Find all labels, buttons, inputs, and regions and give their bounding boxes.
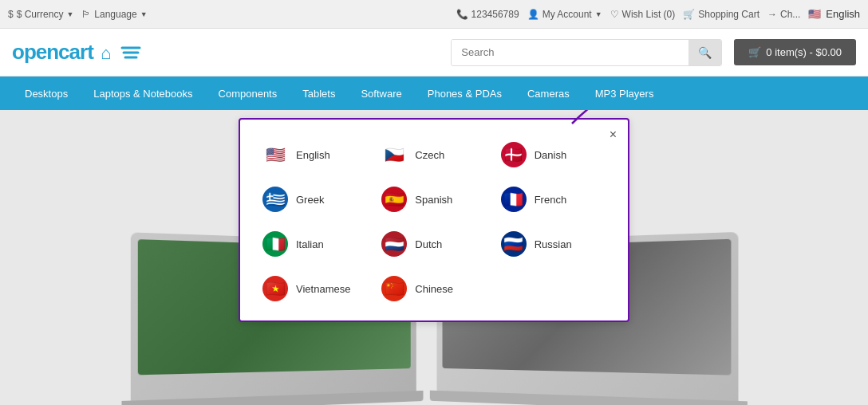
flag-icon: 🏳 — [81, 9, 91, 20]
lang-item-italian[interactable]: 🇮🇹Italian — [259, 228, 370, 260]
user-icon: 👤 — [527, 9, 539, 20]
cart-button[interactable]: 🛒 0 item(s) - $0.00 — [734, 39, 856, 65]
lang-item-russian[interactable]: 🇷🇺Russian — [498, 228, 609, 260]
lang-name-french: French — [535, 194, 566, 206]
flag-icon-spanish: 🇪🇸 — [381, 187, 407, 212]
currency-caret: ▼ — [66, 10, 73, 18]
flag-icon-greek: 🇬🇷 — [262, 187, 288, 212]
lang-name-greek: Greek — [296, 194, 324, 206]
nav-item-software[interactable]: Software — [348, 77, 414, 110]
english-flag-icon: 🇺🇸 — [808, 8, 821, 20]
lang-item-vietnamese[interactable]: 🇻🇳Vietnamese — [259, 273, 370, 305]
flag-icon-english: 🇺🇸 — [262, 142, 288, 167]
nav-item-cameras[interactable]: Cameras — [515, 77, 582, 110]
cart-btn-label: 0 item(s) - $0.00 — [766, 46, 842, 58]
lang-name-italian: Italian — [296, 238, 324, 250]
main-area: × 🇺🇸English🇨🇿Czech🇩🇰Danish🇬🇷Greek🇪🇸Spani… — [0, 110, 868, 405]
phone-number: 123456789 — [471, 9, 519, 20]
flag-icon-russian: 🇷🇺 — [501, 231, 527, 257]
nav-item-laptops---notebooks[interactable]: Laptops & Notebooks — [81, 77, 205, 110]
lang-item-danish[interactable]: 🇩🇰Danish — [498, 139, 609, 171]
nav-item-components[interactable]: Components — [206, 77, 290, 110]
modal-close-button[interactable]: × — [610, 128, 617, 142]
checkout-item[interactable]: → Ch... — [767, 9, 800, 20]
lang-item-english[interactable]: 🇺🇸English — [259, 139, 370, 171]
search-input[interactable] — [452, 40, 688, 65]
search-bar: 🔍 — [451, 39, 722, 66]
header: opencart ⌂ 🔍 🛒 0 item(s) - $0.00 — [0, 29, 868, 77]
lang-name-vietnamese: Vietnamese — [296, 283, 350, 295]
language-modal: × 🇺🇸English🇨🇿Czech🇩🇰Danish🇬🇷Greek🇪🇸Spani… — [239, 118, 629, 322]
wish-list-item[interactable]: ♡ Wish List (0) — [610, 9, 676, 20]
lang-name-czech: Czech — [415, 149, 444, 161]
flag-icon-italian: 🇮🇹 — [262, 231, 288, 257]
english-flag-label: 🇺🇸 English — [808, 8, 860, 20]
lang-name-danish: Danish — [535, 149, 566, 161]
shopping-cart-item[interactable]: 🛒 Shopping Cart — [683, 9, 760, 20]
nav-item-tablets[interactable]: Tablets — [290, 77, 348, 110]
flag-icon-dutch: 🇳🇱 — [381, 231, 407, 257]
phone-item: 📞 123456789 — [456, 9, 519, 20]
nav-item-mp--players[interactable]: MP3 Players — [582, 77, 667, 110]
language-grid: 🇺🇸English🇨🇿Czech🇩🇰Danish🇬🇷Greek🇪🇸Spanish… — [259, 139, 609, 305]
language-label: Language — [94, 9, 136, 20]
lang-name-spanish: Spanish — [415, 194, 452, 206]
english-text: English — [826, 8, 860, 20]
nav-bar: DesktopsLaptops & NotebooksComponentsTab… — [0, 77, 868, 110]
shopping-cart-label: Shopping Cart — [698, 9, 760, 20]
wish-list-label: Wish List (0) — [622, 9, 676, 20]
lang-item-greek[interactable]: 🇬🇷Greek — [259, 183, 370, 215]
logo[interactable]: opencart ⌂ — [12, 40, 143, 65]
nav-item-desktops[interactable]: Desktops — [12, 77, 81, 110]
logo-cart-icon: ⌂ — [101, 43, 111, 63]
cart-icon: 🛒 — [683, 9, 695, 20]
currency-label: $ Currency — [17, 9, 64, 20]
search-icon: 🔍 — [698, 46, 712, 59]
phone-icon: 📞 — [456, 9, 468, 20]
heart-icon: ♡ — [610, 9, 619, 20]
my-account-label: My Account — [542, 9, 592, 20]
flag-icon-danish: 🇩🇰 — [501, 142, 527, 167]
language-dropdown[interactable]: 🏳 Language ▼ — [81, 9, 147, 20]
dollar-icon: $ — [8, 9, 14, 20]
lang-item-czech[interactable]: 🇨🇿Czech — [378, 139, 489, 171]
top-bar-right: 📞 123456789 👤 My Account ▼ ♡ Wish List (… — [456, 8, 860, 20]
lang-name-russian: Russian — [535, 238, 572, 250]
lang-item-dutch[interactable]: 🇳🇱Dutch — [378, 228, 489, 260]
lang-item-french[interactable]: 🇫🇷French — [498, 183, 609, 215]
laptop-left-base — [122, 391, 424, 405]
lang-item-chinese[interactable]: 🇨🇳Chinese — [378, 273, 489, 305]
checkout-icon: → — [767, 9, 777, 20]
checkout-label: Ch... — [780, 9, 800, 20]
flag-icon-vietnamese: 🇻🇳 — [262, 276, 288, 301]
search-button[interactable]: 🔍 — [688, 40, 721, 65]
flag-icon-french: 🇫🇷 — [501, 187, 527, 212]
arrow-annotation — [564, 110, 636, 128]
lang-name-chinese: Chinese — [415, 283, 453, 295]
currency-dropdown[interactable]: $ $ Currency ▼ — [8, 9, 73, 20]
logo-text: opencart — [12, 40, 93, 64]
nav-item-phones---pdas[interactable]: Phones & PDAs — [415, 77, 515, 110]
logo-svg-icon — [119, 45, 143, 62]
account-caret: ▼ — [595, 10, 602, 18]
lang-item-spanish[interactable]: 🇪🇸Spanish — [378, 183, 489, 215]
lang-name-english: English — [296, 149, 330, 161]
laptop-right-base — [430, 391, 748, 405]
top-bar: $ $ Currency ▼ 🏳 Language ▼ 📞 123456789 … — [0, 0, 868, 29]
language-caret: ▼ — [140, 10, 148, 18]
cart-btn-icon: 🛒 — [748, 46, 761, 58]
flag-icon-czech: 🇨🇿 — [381, 142, 407, 167]
my-account-dropdown[interactable]: 👤 My Account ▼ — [527, 9, 602, 20]
top-bar-left: $ $ Currency ▼ 🏳 Language ▼ — [8, 9, 148, 20]
flag-icon-chinese: 🇨🇳 — [381, 276, 407, 301]
lang-name-dutch: Dutch — [415, 238, 442, 250]
